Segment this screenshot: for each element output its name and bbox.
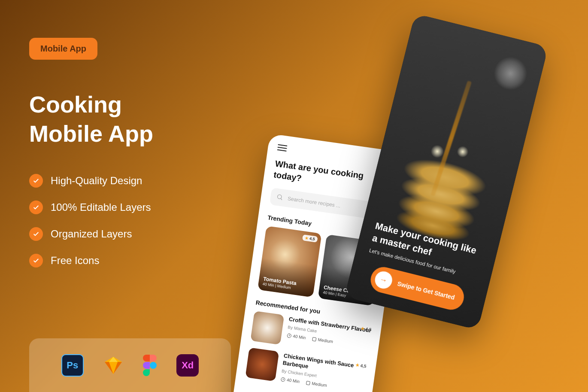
check-icon [29,227,43,241]
swipe-button-label: Swipe to Get Started [397,280,455,301]
arrow-right-icon: → [373,270,394,290]
feature-item: Organized Layers [29,227,151,241]
difficulty-icon [305,380,311,386]
photoshop-icon: Ps [61,354,84,377]
recipe-thumbnail [245,347,279,381]
sketch-icon [103,355,124,376]
feature-text: High-Quality Design [51,175,142,187]
feature-list: High-Quality Design 100% Editable Layers… [29,174,151,280]
svg-point-6 [277,194,282,199]
clock-icon [286,333,292,339]
figma-icon [142,355,157,376]
compatible-tools-panel: Ps Xd [29,338,231,392]
check-icon [29,174,43,188]
title-line-2: Mobile App [29,121,153,146]
time-text: 40 Min [286,377,300,384]
clock-icon [280,377,286,383]
difficulty-text: Medium [312,381,327,388]
feature-text: Free Icons [51,255,99,267]
rating-badge: 4,5 [302,234,318,243]
svg-line-7 [281,198,282,200]
product-title: Cooking Mobile App [29,90,153,148]
svg-rect-11 [306,381,310,385]
feature-text: Organized Layers [51,228,132,240]
search-icon [276,194,284,201]
trending-card[interactable]: 4,5 Tomato Pasta 40 Min | Medium [258,226,322,298]
category-badge: Mobile App [29,38,97,60]
feature-item: 100% Editable Layers [29,201,151,214]
search-placeholder: Search more recipes ... [287,195,341,209]
feature-text: 100% Editable Layers [51,201,151,213]
svg-rect-9 [312,337,316,341]
recipe-thumbnail [250,311,284,345]
hamburger-menu-icon[interactable] [277,144,288,152]
svg-point-5 [150,362,157,369]
time-text: 40 Min [293,334,306,340]
adobe-xd-icon: Xd [176,354,199,377]
feature-item: Free Icons [29,254,151,267]
difficulty-text: Medium [318,337,333,344]
check-icon [29,254,43,267]
title-line-1: Cooking [29,91,122,117]
check-icon [29,201,43,214]
difficulty-icon [311,337,317,343]
feature-item: High-Quality Design [29,174,151,188]
